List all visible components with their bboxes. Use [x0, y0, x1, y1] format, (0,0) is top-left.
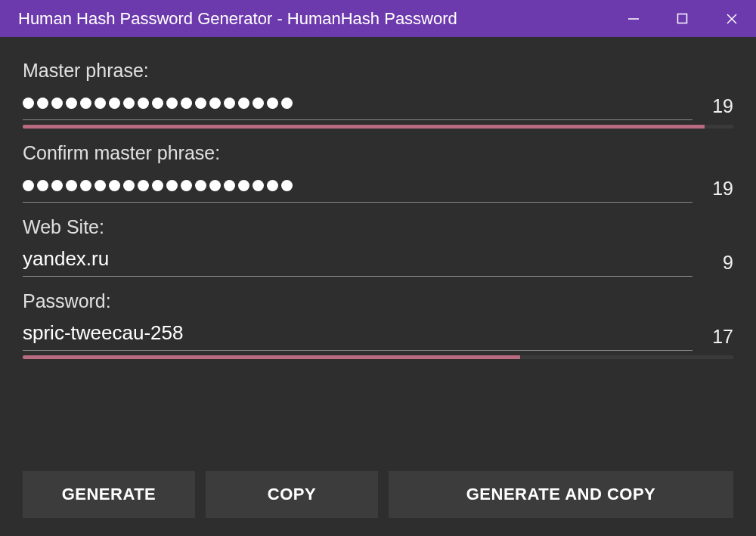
close-icon [726, 13, 738, 25]
copy-button[interactable]: COPY [206, 471, 378, 518]
minimize-button[interactable] [609, 0, 658, 37]
generate-button[interactable]: GENERATE [23, 471, 195, 518]
app-window: Human Hash Password Generator - HumanHas… [0, 0, 756, 536]
maximize-button[interactable] [658, 0, 707, 37]
master-strength-fill [23, 125, 705, 129]
master-phrase-input[interactable] [23, 91, 692, 120]
website-value: yandex.ru [23, 247, 692, 271]
confirm-phrase-dots [23, 173, 692, 197]
maximize-icon [677, 13, 688, 24]
master-phrase-dots [23, 91, 692, 115]
password-value: spric-tweecau-258 [23, 321, 692, 345]
minimize-icon [627, 13, 640, 25]
website-label: Web Site: [23, 216, 733, 238]
master-phrase-label: Master phrase: [23, 60, 733, 82]
master-phrase-field: Master phrase: 19 [23, 60, 733, 129]
password-strength-bar [23, 355, 733, 359]
content-area: Master phrase: 19 Confirm master phrase:… [0, 37, 756, 536]
password-field: Password: spric-tweecau-258 17 [23, 290, 733, 359]
master-phrase-count: 19 [706, 95, 733, 120]
window-title: Human Hash Password Generator - HumanHas… [18, 9, 609, 29]
website-input[interactable]: yandex.ru [23, 247, 692, 277]
svg-rect-1 [678, 14, 687, 23]
password-count: 17 [706, 326, 733, 351]
password-label: Password: [23, 290, 733, 312]
confirm-phrase-field: Confirm master phrase: 19 [23, 142, 733, 203]
close-button[interactable] [707, 0, 756, 37]
confirm-phrase-count: 19 [706, 178, 733, 203]
generate-and-copy-button[interactable]: GENERATE AND COPY [389, 471, 733, 518]
password-strength-fill [23, 355, 520, 359]
password-input[interactable]: spric-tweecau-258 [23, 321, 692, 351]
master-strength-bar [23, 125, 733, 129]
button-row: GENERATE COPY GENERATE AND COPY [23, 471, 733, 518]
website-field: Web Site: yandex.ru 9 [23, 216, 733, 277]
confirm-phrase-label: Confirm master phrase: [23, 142, 733, 164]
website-count: 9 [706, 252, 733, 277]
confirm-phrase-input[interactable] [23, 173, 692, 203]
titlebar[interactable]: Human Hash Password Generator - HumanHas… [0, 0, 756, 37]
